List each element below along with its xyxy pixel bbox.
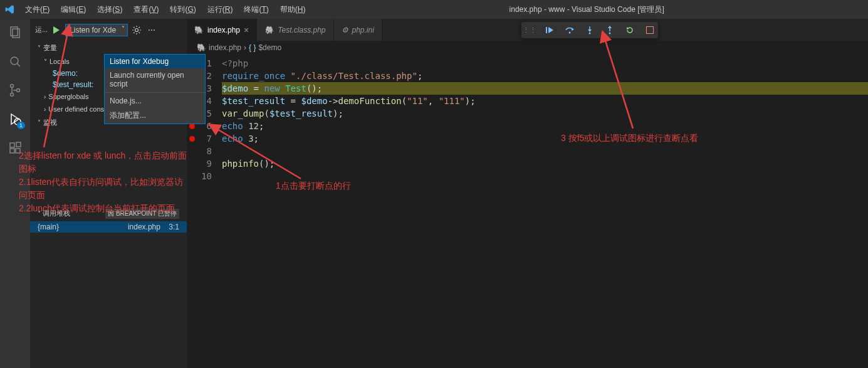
menu-s[interactable]: 选择(S): [92, 2, 127, 18]
code-line[interactable]: echo 12;: [222, 120, 868, 132]
php-icon: 🐘: [197, 43, 206, 52]
code-line[interactable]: $demo = new Test();: [222, 82, 868, 95]
config-dropdown: Listen for XdebugLaunch currently open s…: [104, 54, 206, 124]
chevron-right-icon: ›: [44, 93, 46, 100]
breadcrumb-file: index.php: [209, 43, 241, 52]
tab-label: php.ini: [352, 26, 374, 34]
editor-body[interactable]: 12345678910 <?phprequire_once "./class/T…: [187, 55, 868, 368]
source-control-icon[interactable]: [6, 81, 24, 99]
chevron-down-icon: ˅: [38, 45, 41, 51]
editor-area: ⋮⋮ 🐘index.php×🐘Test.class.php⚙php.ini 🐘 …: [187, 19, 868, 368]
close-icon[interactable]: ×: [244, 25, 249, 35]
debug-config-select[interactable]: Listen for Xde: [65, 24, 128, 36]
callstack-header[interactable]: ˅ 调用堆栈 因 BREAKPOINT 已暂停: [30, 206, 187, 221]
callstack-label: 调用堆栈: [43, 209, 70, 217]
restart-button[interactable]: [624, 24, 635, 36]
code-line[interactable]: echo 3;: [222, 132, 868, 145]
grip-icon[interactable]: ⋮⋮: [524, 24, 535, 36]
tab-php-ini[interactable]: ⚙php.ini: [334, 19, 382, 41]
config-selected-label: Listen for Xde: [70, 26, 116, 34]
code-line[interactable]: require_once "./class/Test.class.php";: [222, 70, 868, 82]
menu-bar: 文件(F)编辑(E)选择(S)查看(V)转到(G)运行(R)终端(T)帮助(H): [20, 2, 310, 18]
svg-rect-14: [16, 149, 20, 153]
code-line[interactable]: [222, 170, 868, 182]
svg-rect-12: [10, 143, 14, 147]
svg-rect-13: [10, 149, 14, 153]
title-bar: 文件(F)编辑(E)选择(S)查看(V)转到(G)运行(R)终端(T)帮助(H)…: [0, 0, 868, 19]
dropdown-item[interactable]: Launch currently open script: [105, 68, 205, 91]
dropdown-item[interactable]: Listen for Xdebug: [105, 55, 205, 68]
search-icon[interactable]: [6, 53, 24, 70]
step-over-button[interactable]: [564, 24, 575, 36]
code-line[interactable]: [222, 145, 868, 157]
stop-button[interactable]: [644, 24, 656, 36]
chevron-down-icon: ˅: [44, 58, 47, 65]
step-into-button[interactable]: [584, 24, 595, 36]
chevron-down-icon: ˅: [38, 210, 41, 217]
svg-point-17: [135, 28, 139, 31]
breadcrumb-symbol: $demo: [258, 43, 281, 52]
svg-rect-18: [546, 27, 547, 33]
debug-badge: 1: [17, 122, 25, 129]
breadcrumb[interactable]: 🐘 index.php › { } $demo: [187, 41, 868, 55]
step-out-button[interactable]: [604, 24, 615, 36]
php-icon: 🐘: [194, 26, 204, 34]
svg-point-27: [609, 33, 611, 34]
code-line[interactable]: <?php: [222, 57, 868, 70]
gear-icon: ⚙: [342, 26, 348, 34]
menu-r[interactable]: 运行(R): [202, 2, 238, 18]
line-number[interactable]: 9: [187, 157, 222, 170]
menu-g[interactable]: 转到(G): [165, 2, 201, 18]
breakpoint-icon[interactable]: [189, 136, 195, 142]
menu-t[interactable]: 终端(T): [239, 2, 273, 18]
variables-label: 变量: [43, 43, 57, 53]
tab-index-php[interactable]: 🐘index.php×: [187, 19, 257, 41]
svg-line-3: [17, 63, 20, 66]
line-number[interactable]: 7: [187, 132, 222, 145]
code-line[interactable]: phpinfo();: [222, 157, 868, 170]
menu-v[interactable]: 查看(V): [128, 2, 164, 18]
debug-action-bar[interactable]: ⋮⋮: [521, 22, 658, 38]
tab-Test-class-php[interactable]: 🐘Test.class.php: [257, 19, 333, 41]
chevron-right-icon: ›: [244, 43, 246, 52]
extensions-icon[interactable]: [6, 139, 24, 157]
superglobals-label: Superglobals: [48, 93, 88, 100]
line-number[interactable]: 10: [187, 170, 222, 182]
callstack-frame[interactable]: {main} index.php 3:1: [30, 221, 187, 233]
tab-label: Test.class.php: [278, 26, 325, 34]
svg-point-5: [11, 93, 14, 97]
start-debug-button[interactable]: [51, 25, 61, 35]
frame-loc: 3:1: [169, 223, 179, 231]
gear-icon[interactable]: [132, 25, 142, 35]
svg-marker-26: [608, 26, 612, 28]
explorer-icon[interactable]: [6, 24, 24, 41]
menu-h[interactable]: 帮助(H): [275, 2, 311, 18]
svg-rect-1: [13, 29, 19, 38]
code-line[interactable]: $test_result = $demo->demoFunction("11",…: [222, 95, 868, 107]
vscode-logo-icon: [5, 4, 15, 14]
run-debug-icon[interactable]: 1: [6, 110, 24, 128]
breakpoint-icon[interactable]: [189, 124, 195, 129]
svg-point-21: [569, 32, 571, 34]
dropdown-item[interactable]: 添加配置...: [105, 108, 205, 124]
code-line[interactable]: var_dump($test_result);: [222, 107, 868, 120]
tab-label: index.php: [207, 26, 240, 34]
menu-e[interactable]: 编辑(E): [56, 2, 91, 18]
dropdown-item[interactable]: Node.js...: [105, 94, 205, 108]
svg-marker-23: [588, 29, 592, 32]
svg-marker-19: [548, 27, 553, 33]
svg-point-6: [17, 89, 20, 92]
frame-name: {main}: [38, 223, 59, 231]
callstack-status: 因 BREAKPOINT 已暂停: [105, 209, 179, 219]
more-icon[interactable]: ⋯: [148, 26, 155, 34]
menu-f[interactable]: 文件(F): [20, 2, 55, 18]
run-label: 运...: [35, 25, 48, 34]
watch-label: 监视: [43, 118, 57, 127]
line-number[interactable]: 8: [187, 145, 222, 157]
php-icon: 🐘: [264, 26, 274, 34]
svg-marker-16: [53, 26, 60, 34]
continue-button[interactable]: [544, 24, 555, 36]
code-lines[interactable]: <?phprequire_once "./class/Test.class.ph…: [222, 55, 868, 368]
variables-section[interactable]: ˅ 变量: [30, 41, 187, 55]
activity-bar: 1: [0, 19, 30, 368]
